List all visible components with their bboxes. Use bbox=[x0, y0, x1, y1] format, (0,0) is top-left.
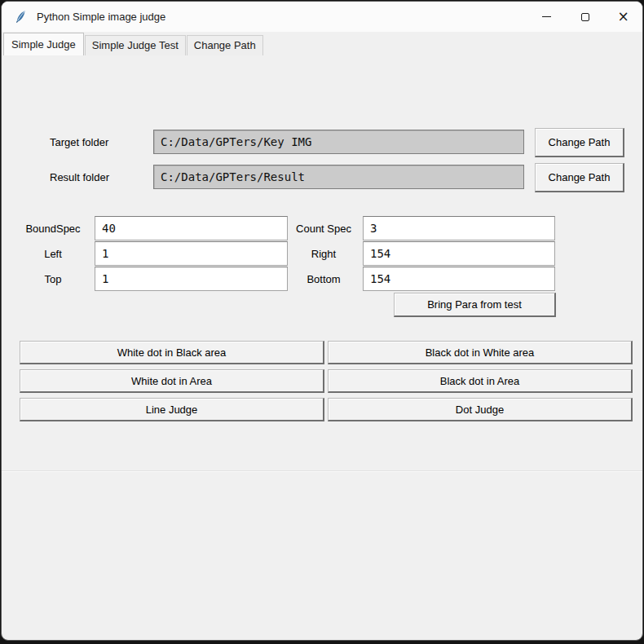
pane-divider-highlight bbox=[2, 471, 642, 472]
dot-judge-button[interactable]: Dot Judge bbox=[328, 398, 633, 421]
black-dot-in-white-area-button[interactable]: Black dot in White area bbox=[328, 341, 633, 364]
maximize-button[interactable] bbox=[566, 2, 604, 32]
window-title: Python Simple image judge bbox=[37, 11, 165, 23]
boundspec-field[interactable] bbox=[95, 216, 288, 240]
left-label: Left bbox=[16, 248, 90, 260]
top-label: Top bbox=[16, 273, 90, 285]
line-judge-button[interactable]: Line Judge bbox=[20, 398, 324, 421]
simple-judge-panel: Target folder Change Path Result folder … bbox=[2, 55, 642, 641]
titlebar: Python Simple image judge × bbox=[2, 2, 642, 32]
maximize-icon bbox=[581, 13, 589, 21]
right-field[interactable] bbox=[363, 241, 555, 266]
result-change-path-button[interactable]: Change Path bbox=[535, 163, 624, 192]
target-change-path-button[interactable]: Change Path bbox=[535, 128, 624, 157]
python-feather-icon bbox=[14, 10, 28, 24]
countspec-label: Count Spec bbox=[287, 223, 360, 235]
result-folder-path-field[interactable] bbox=[153, 165, 524, 189]
countspec-field[interactable] bbox=[363, 216, 555, 240]
app-window: Python Simple image judge × Simple Judge… bbox=[1, 1, 643, 641]
close-button[interactable]: × bbox=[604, 2, 642, 32]
top-field[interactable] bbox=[95, 267, 288, 291]
right-label: Right bbox=[287, 248, 360, 260]
bottom-label: Bottom bbox=[287, 273, 360, 285]
white-dot-in-black-area-button[interactable]: White dot in Black area bbox=[20, 341, 324, 364]
black-dot-in-area-button[interactable]: Black dot in Area bbox=[328, 369, 633, 393]
bottom-field[interactable] bbox=[363, 267, 555, 291]
tab-bar: Simple Judge Simple Judge Test Change Pa… bbox=[2, 32, 642, 55]
white-dot-in-area-button[interactable]: White dot in Area bbox=[20, 369, 324, 393]
boundspec-label: BoundSpec bbox=[16, 223, 90, 235]
minimize-icon bbox=[542, 16, 551, 17]
bring-para-from-test-button[interactable]: Bring Para from test bbox=[394, 293, 556, 317]
result-folder-label: Result folder bbox=[50, 171, 109, 183]
tab-simple-judge-test[interactable]: Simple Judge Test bbox=[85, 35, 186, 55]
target-folder-label: Target folder bbox=[50, 136, 108, 148]
close-icon: × bbox=[617, 10, 629, 24]
window-controls: × bbox=[527, 2, 642, 32]
left-field[interactable] bbox=[95, 241, 288, 266]
tab-simple-judge[interactable]: Simple Judge bbox=[3, 33, 84, 55]
tab-change-path[interactable]: Change Path bbox=[187, 35, 263, 55]
target-folder-path-field[interactable] bbox=[153, 130, 524, 154]
minimize-button[interactable] bbox=[527, 2, 566, 32]
